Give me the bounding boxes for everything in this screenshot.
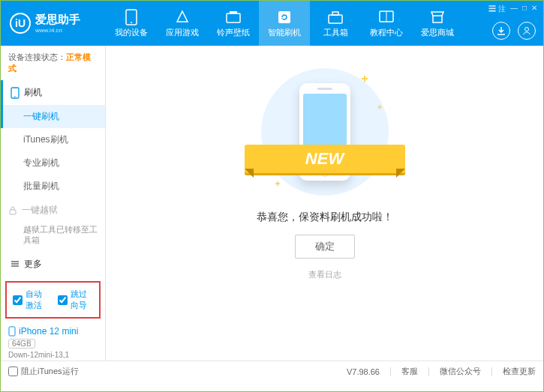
apps-icon [175, 10, 190, 25]
nav-my-device[interactable]: 我的设备 [106, 1, 157, 46]
svg-rect-16 [9, 327, 15, 336]
nav-label: 教程中心 [370, 27, 403, 38]
flash-section[interactable]: 刷机 [1, 80, 105, 105]
footer: 阻止iTunes运行 V7.98.66 客服 微信公众号 检查更新 [1, 361, 543, 382]
auto-activate-input[interactable] [13, 295, 23, 305]
lock-icon [8, 206, 17, 215]
menu-icon[interactable]: ☰ 注 [488, 4, 506, 14]
nav-ringtones[interactable]: 铃声壁纸 [208, 1, 259, 46]
nav-label: 爱思商城 [421, 27, 454, 38]
check-label: 自动激活 [26, 289, 49, 311]
close-button[interactable]: ✕ [531, 4, 537, 14]
footer-left: 阻止iTunes运行 [8, 366, 79, 377]
wechat-link[interactable]: 微信公众号 [440, 366, 481, 377]
view-log-link[interactable]: 查看日志 [308, 269, 341, 280]
wallpaper-icon [226, 10, 241, 24]
check-label: 跳过向导 [71, 289, 94, 311]
device-name: iPhone 12 mini [19, 326, 78, 337]
device-icon [11, 87, 20, 99]
top-nav: 我的设备 应用游戏 铃声壁纸 智能刷机 工具箱 教程中心 爱思商城 [106, 1, 463, 46]
update-link[interactable]: 检查更新 [503, 366, 536, 377]
toolbox-icon [328, 10, 343, 24]
nav-label: 智能刷机 [268, 27, 301, 38]
svg-rect-2 [227, 13, 240, 22]
connection-status: 设备连接状态：正常模式 [1, 46, 105, 80]
illustration: NEW [261, 68, 389, 196]
more-tree: 其他工具 下载固件 高级功能 [1, 277, 105, 278]
sparkle-icon [362, 76, 368, 82]
refresh-icon [277, 10, 292, 25]
jailbreak-label: 一键越狱 [22, 204, 58, 217]
svg-point-11 [14, 96, 16, 97]
download-icon [497, 26, 506, 35]
nav-label: 应用游戏 [166, 27, 199, 38]
divider [491, 367, 492, 376]
minimize-button[interactable]: — [510, 4, 518, 14]
sidebar: 设备连接状态：正常模式 刷机 一键刷机 iTunes刷机 专业刷机 批量刷机 一… [1, 46, 106, 361]
download-button[interactable] [492, 22, 510, 40]
phone-small-icon [8, 326, 16, 337]
sparkle-icon [275, 181, 279, 186]
sidebar-item-pro[interactable]: 专业刷机 [1, 151, 105, 175]
skip-guide-input[interactable] [58, 295, 68, 305]
svg-point-9 [525, 28, 529, 31]
nav-store[interactable]: 爱思商城 [412, 1, 463, 46]
service-link[interactable]: 客服 [401, 366, 418, 377]
more-icon [11, 259, 20, 268]
jailbreak-note: 越狱工具已转移至工具箱 [1, 223, 105, 246]
store-icon [430, 10, 445, 24]
user-icon [522, 26, 531, 35]
nav-apps[interactable]: 应用游戏 [157, 1, 208, 46]
sidebar-item-other[interactable]: 其他工具 [1, 277, 105, 278]
device-name-row: iPhone 12 mini [8, 326, 98, 337]
app-header: iU 爱思助手 www.i4.cn 我的设备 应用游戏 铃声壁纸 智能刷机 工具… [1, 1, 543, 46]
header-right [492, 22, 536, 40]
window-controls: ☰ 注 — □ ✕ [488, 4, 537, 14]
svg-rect-4 [278, 11, 290, 23]
nav-label: 工具箱 [323, 27, 348, 38]
version-label: V7.98.66 [347, 367, 380, 376]
flash-tree: 一键刷机 iTunes刷机 专业刷机 批量刷机 [1, 105, 105, 198]
phone-icon [125, 9, 137, 25]
new-ribbon: NEW [245, 145, 405, 173]
block-label: 阻止iTunes运行 [21, 366, 79, 377]
svg-rect-6 [332, 12, 338, 15]
skip-guide-check[interactable]: 跳过向导 [58, 289, 94, 311]
nav-toolbox[interactable]: 工具箱 [310, 1, 361, 46]
divider [428, 367, 429, 376]
body: 设备连接状态：正常模式 刷机 一键刷机 iTunes刷机 专业刷机 批量刷机 一… [1, 46, 543, 361]
capacity-badge: 64GB [8, 339, 35, 349]
maximize-button[interactable]: □ [522, 4, 527, 14]
app-name: 爱思助手 [35, 13, 80, 25]
divider [390, 367, 391, 376]
status-label: 设备连接状态： [8, 52, 66, 61]
device-info[interactable]: iPhone 12 mini 64GB Down-12mini-13,1 [1, 322, 105, 361]
svg-rect-3 [230, 11, 237, 13]
section-label: 更多 [24, 258, 42, 271]
more-section[interactable]: 更多 [1, 252, 105, 277]
confirm-button[interactable]: 确定 [295, 235, 355, 259]
logo-icon: iU [10, 13, 31, 34]
sidebar-item-itunes[interactable]: iTunes刷机 [1, 128, 105, 151]
sidebar-item-oneclick[interactable]: 一键刷机 [1, 105, 105, 128]
success-message: 恭喜您，保资料刷机成功啦！ [257, 211, 393, 224]
nav-label: 铃声壁纸 [217, 27, 250, 38]
nav-tutorials[interactable]: 教程中心 [361, 1, 412, 46]
block-itunes-check[interactable]: 阻止iTunes运行 [8, 366, 79, 377]
svg-rect-12 [10, 210, 16, 214]
nav-label: 我的设备 [115, 27, 148, 38]
book-icon [379, 10, 394, 24]
sidebar-item-batch[interactable]: 批量刷机 [1, 175, 105, 198]
block-itunes-input[interactable] [8, 367, 18, 376]
user-button[interactable] [518, 22, 536, 40]
sparkle-icon [377, 105, 382, 109]
logo-area: iU 爱思助手 www.i4.cn [1, 13, 106, 34]
device-sub: Down-12mini-13,1 [8, 351, 98, 359]
auto-activate-check[interactable]: 自动激活 [13, 289, 49, 311]
svg-rect-5 [329, 15, 342, 23]
main-panel: NEW 恭喜您，保资料刷机成功啦！ 确定 查看日志 [106, 46, 543, 361]
svg-point-1 [131, 22, 132, 23]
section-label: 刷机 [24, 86, 42, 99]
app-site: www.i4.cn [35, 27, 80, 34]
nav-flash[interactable]: 智能刷机 [259, 1, 310, 46]
